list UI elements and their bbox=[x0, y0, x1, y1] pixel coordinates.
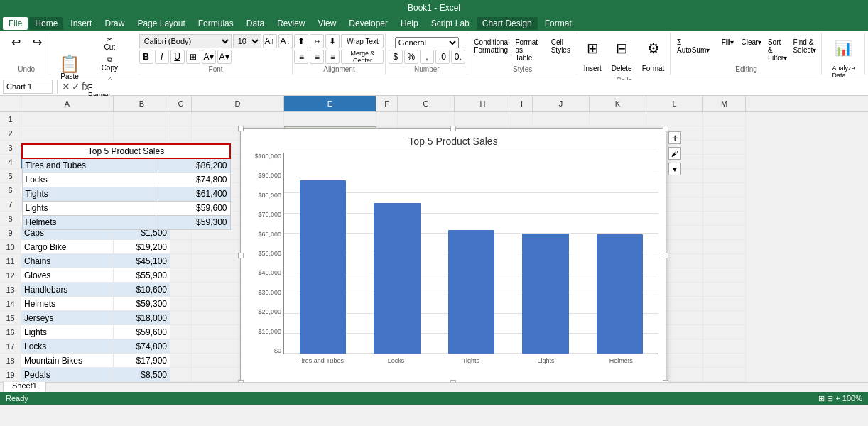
col-header-e[interactable]: E bbox=[284, 96, 376, 111]
cell-b14[interactable]: $59,300 bbox=[114, 297, 170, 311]
font-size-select[interactable]: 10 bbox=[233, 34, 261, 48]
cell-g1[interactable] bbox=[398, 112, 455, 126]
chart-elements-button[interactable]: ✛ bbox=[668, 131, 681, 144]
row-num-18[interactable]: 18 bbox=[0, 354, 21, 368]
menu-data[interactable]: Data bbox=[241, 17, 270, 30]
formula-input[interactable] bbox=[92, 80, 865, 94]
chart-container[interactable]: Top 5 Product Sales $100,000 $90,000 $80… bbox=[240, 128, 666, 382]
align-middle-button[interactable]: ↔ bbox=[310, 34, 324, 48]
font-grow-button[interactable]: A↑ bbox=[263, 34, 277, 48]
col-header-f[interactable]: F bbox=[376, 96, 398, 111]
format-as-table-button[interactable]: Format asTable bbox=[512, 37, 547, 63]
top5-product-2[interactable]: Locks bbox=[22, 173, 156, 187]
col-header-h[interactable]: H bbox=[455, 96, 511, 111]
row-num-15[interactable]: 15 bbox=[0, 311, 21, 325]
cell-c14[interactable] bbox=[170, 297, 192, 311]
cell-h1[interactable] bbox=[455, 112, 511, 126]
align-right-button[interactable]: ≡ bbox=[325, 50, 340, 64]
cut-button[interactable]: ✂ Cut bbox=[85, 34, 134, 53]
copy-button[interactable]: ⧉ Copy bbox=[85, 54, 134, 73]
cell-a2[interactable] bbox=[21, 126, 114, 141]
cell-m4[interactable] bbox=[703, 155, 746, 169]
menu-page-layout[interactable]: Page Layout bbox=[131, 17, 190, 30]
col-header-b[interactable]: B bbox=[114, 96, 170, 111]
cell-m18[interactable] bbox=[703, 354, 746, 368]
fill-button[interactable]: Fill▾ bbox=[718, 37, 738, 63]
col-header-a[interactable]: A bbox=[21, 96, 114, 111]
cell-c13[interactable] bbox=[170, 283, 192, 297]
top5-product-3[interactable]: Tights bbox=[22, 187, 156, 201]
bold-button[interactable]: B bbox=[139, 50, 153, 64]
cell-b15[interactable]: $18,000 bbox=[114, 311, 170, 325]
cell-c15[interactable] bbox=[170, 311, 192, 325]
chart-styles-button[interactable]: 🖌 bbox=[668, 147, 681, 160]
cell-m10[interactable] bbox=[703, 240, 746, 254]
cancel-formula-icon[interactable]: ✕ bbox=[62, 81, 70, 92]
row-num-3[interactable]: 3 bbox=[0, 141, 21, 155]
top5-sales-4[interactable]: $59,600 bbox=[156, 201, 230, 215]
confirm-formula-icon[interactable]: ✓ bbox=[72, 81, 80, 92]
cell-c12[interactable] bbox=[170, 268, 192, 283]
align-top-button[interactable]: ⬆ bbox=[294, 34, 308, 48]
col-header-g[interactable]: G bbox=[398, 96, 455, 111]
font-color-button[interactable]: A▾ bbox=[217, 50, 232, 64]
clear-button[interactable]: Clear▾ bbox=[739, 37, 764, 63]
conditional-formatting-button[interactable]: ConditionalFormatting bbox=[472, 37, 511, 63]
cell-a17[interactable]: Locks bbox=[21, 339, 114, 354]
row-num-10[interactable]: 10 bbox=[0, 240, 21, 254]
name-box[interactable] bbox=[3, 80, 53, 94]
cell-i1[interactable] bbox=[511, 112, 533, 126]
row-num-7[interactable]: 7 bbox=[0, 197, 21, 212]
cell-e1[interactable] bbox=[284, 112, 376, 126]
cell-m3[interactable] bbox=[703, 141, 746, 155]
cell-a15[interactable]: Jerseys bbox=[21, 311, 114, 325]
cell-c1[interactable] bbox=[170, 112, 192, 126]
cell-a16[interactable]: Lights bbox=[21, 325, 114, 339]
menu-review[interactable]: Review bbox=[271, 17, 310, 30]
cell-m5[interactable] bbox=[703, 169, 746, 183]
number-format-select[interactable]: General bbox=[395, 37, 459, 48]
cell-b1[interactable] bbox=[114, 112, 170, 126]
col-header-d[interactable]: D bbox=[192, 96, 284, 111]
cell-b11[interactable]: $45,100 bbox=[114, 254, 170, 268]
cell-m14[interactable] bbox=[703, 297, 746, 311]
row-num-14[interactable]: 14 bbox=[0, 297, 21, 311]
cell-a14[interactable]: Helmets bbox=[21, 297, 114, 311]
menu-view[interactable]: View bbox=[313, 17, 342, 30]
currency-button[interactable]: $ bbox=[389, 50, 403, 64]
row-num-4[interactable]: 4 bbox=[0, 155, 21, 169]
wrap-text-button[interactable]: Wrap Text bbox=[341, 34, 384, 48]
align-bottom-button[interactable]: ⬇ bbox=[325, 34, 340, 48]
col-header-c[interactable]: C bbox=[170, 96, 192, 111]
paste-button[interactable]: 📋 Paste bbox=[55, 53, 84, 83]
col-header-j[interactable]: J bbox=[533, 96, 590, 111]
col-header-k[interactable]: K bbox=[590, 96, 646, 111]
menu-format[interactable]: Format bbox=[539, 17, 577, 30]
increase-decimal-button[interactable]: .0 bbox=[435, 50, 450, 64]
cell-b12[interactable]: $55,900 bbox=[114, 268, 170, 283]
sort-filter-button[interactable]: Sort &Filter▾ bbox=[766, 37, 790, 63]
cell-k1[interactable] bbox=[590, 112, 646, 126]
fill-color-button[interactable]: A▾ bbox=[202, 50, 216, 64]
cell-c11[interactable] bbox=[170, 254, 192, 268]
row-num-19[interactable]: 19 bbox=[0, 368, 21, 382]
row-num-1[interactable]: 1 bbox=[0, 112, 21, 126]
chart-filter-button[interactable]: ▼ bbox=[668, 163, 681, 175]
menu-help[interactable]: Help bbox=[395, 17, 424, 30]
top5-sales-3[interactable]: $61,400 bbox=[156, 187, 230, 201]
menu-insert[interactable]: Insert bbox=[65, 17, 97, 30]
cell-m17[interactable] bbox=[703, 339, 746, 354]
cell-m9[interactable] bbox=[703, 226, 746, 240]
menu-draw[interactable]: Draw bbox=[99, 17, 130, 30]
cell-c19[interactable] bbox=[170, 368, 192, 382]
cell-m13[interactable] bbox=[703, 283, 746, 297]
cell-m8[interactable] bbox=[703, 212, 746, 226]
row-num-8[interactable]: 8 bbox=[0, 212, 21, 226]
cell-a18[interactable]: Mountain Bikes bbox=[21, 354, 114, 368]
insert-button[interactable]: ⊞Insert bbox=[580, 37, 606, 75]
cell-b13[interactable]: $10,600 bbox=[114, 283, 170, 297]
cell-b19[interactable]: $8,500 bbox=[114, 368, 170, 382]
top5-sales-1[interactable]: $86,200 bbox=[156, 158, 230, 173]
top5-product-1[interactable]: Tires and Tubes bbox=[22, 158, 156, 173]
redo-button[interactable]: ↪ bbox=[27, 34, 47, 50]
